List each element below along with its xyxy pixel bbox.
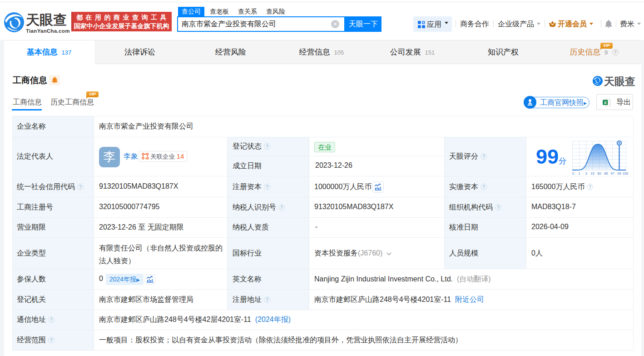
svg-text:50: 50 — [597, 171, 601, 175]
svg-text:X: X — [604, 100, 607, 105]
svg-text:97: 97 — [610, 171, 614, 175]
svg-text:天眼查: 天眼查 — [604, 75, 635, 86]
svg-text:85: 85 — [604, 171, 608, 175]
svg-text:3: 3 — [585, 171, 587, 175]
svg-text:100: 100 — [623, 171, 629, 175]
svg-text:企: 企 — [145, 156, 149, 160]
svg-text:15: 15 — [590, 171, 594, 175]
svg-text:99: 99 — [617, 171, 621, 175]
svg-text:1: 1 — [578, 171, 580, 175]
svg-text:0: 0 — [572, 171, 574, 175]
